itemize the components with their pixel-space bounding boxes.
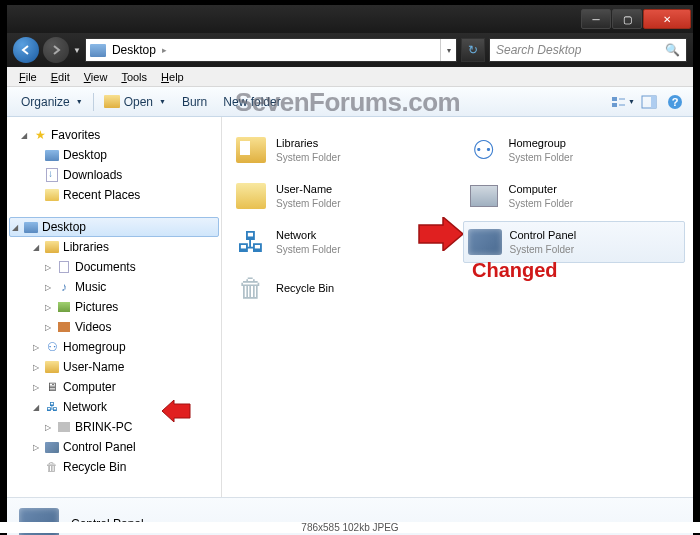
desktop-icon	[24, 222, 38, 233]
maximize-button[interactable]: ▢	[612, 9, 642, 29]
homegroup-icon: ⚇	[44, 339, 60, 355]
sidebar-item-controlpanel[interactable]: ▷Control Panel	[7, 437, 221, 457]
chevron-down-icon: ▼	[76, 98, 83, 105]
documents-icon	[59, 261, 69, 273]
sidebar-item-computer[interactable]: ▷🖥Computer	[7, 377, 221, 397]
svg-rect-1	[612, 103, 617, 107]
search-icon: 🔍	[665, 43, 680, 57]
control-panel-icon	[45, 442, 59, 453]
svg-rect-0	[612, 97, 617, 101]
refresh-button[interactable]: ↻	[461, 38, 485, 62]
network-icon: 🖧	[44, 399, 60, 415]
preview-pane-button[interactable]	[637, 91, 661, 113]
svg-rect-3	[651, 96, 656, 108]
new-folder-button[interactable]: New folder	[215, 92, 288, 112]
music-icon: ♪	[56, 279, 72, 295]
image-caption: 786x585 102kb JPEG	[0, 522, 700, 533]
libraries-icon	[236, 137, 266, 163]
item-homegroup[interactable]: ⚇ HomegroupSystem Folder	[463, 129, 686, 171]
item-recyclebin[interactable]: 🗑 Recycle Bin	[230, 267, 453, 309]
computer-icon	[470, 185, 498, 207]
titlebar: ─ ▢ ✕	[7, 5, 693, 33]
explorer-window: ─ ▢ ✕ ▼ Desktop ▸ ▾ ↻ Search Desktop 🔍 F…	[5, 3, 695, 527]
videos-icon	[58, 322, 70, 332]
organize-button[interactable]: Organize▼	[13, 92, 91, 112]
breadcrumb-separator-icon[interactable]: ▸	[162, 45, 167, 55]
item-controlpanel[interactable]: Control PanelSystem Folder	[463, 221, 686, 263]
user-folder-icon	[236, 183, 266, 209]
navigation-bar: ▼ Desktop ▸ ▾ ↻ Search Desktop 🔍	[7, 33, 693, 67]
view-options-button[interactable]: ▼	[611, 91, 635, 113]
sidebar-item-desktop-root[interactable]: ◢Desktop	[9, 217, 219, 237]
sidebar-item-recyclebin[interactable]: 🗑Recycle Bin	[7, 457, 221, 477]
menu-edit[interactable]: Edit	[45, 69, 76, 85]
annotation-changed-label: Changed	[472, 259, 558, 282]
sidebar-item-homegroup[interactable]: ▷⚇Homegroup	[7, 337, 221, 357]
history-dropdown-icon[interactable]: ▼	[73, 46, 81, 55]
homegroup-icon: ⚇	[467, 133, 501, 167]
item-username[interactable]: User-NameSystem Folder	[230, 175, 453, 217]
sidebar-item-recent[interactable]: Recent Places	[7, 185, 221, 205]
control-panel-icon	[468, 229, 502, 255]
user-folder-icon	[45, 361, 59, 373]
menu-bar: File Edit View Tools Help	[7, 67, 693, 87]
pictures-icon	[58, 302, 70, 312]
close-button[interactable]: ✕	[643, 9, 691, 29]
desktop-icon	[45, 150, 59, 161]
item-libraries[interactable]: LibrariesSystem Folder	[230, 129, 453, 171]
sidebar-item-music[interactable]: ▷♪Music	[7, 277, 221, 297]
address-bar[interactable]: Desktop ▸ ▾	[85, 38, 457, 62]
back-button[interactable]	[13, 37, 39, 63]
burn-button[interactable]: Burn	[174, 92, 215, 112]
chevron-down-icon: ▼	[628, 98, 635, 105]
libraries-icon	[45, 241, 59, 253]
help-button[interactable]: ?	[663, 91, 687, 113]
pc-icon	[58, 422, 70, 432]
downloads-icon	[46, 168, 58, 182]
folder-icon	[90, 44, 106, 57]
search-input[interactable]: Search Desktop 🔍	[489, 38, 687, 62]
content-pane[interactable]: LibrariesSystem Folder ⚇ HomegroupSystem…	[222, 117, 693, 497]
menu-help[interactable]: Help	[155, 69, 190, 85]
sidebar-item-libraries[interactable]: ◢Libraries	[7, 237, 221, 257]
menu-file[interactable]: File	[13, 69, 43, 85]
recent-icon	[45, 189, 59, 201]
open-folder-icon	[104, 95, 120, 108]
explorer-body: ◢★Favorites Desktop Downloads Recent Pla…	[7, 117, 693, 497]
menu-tools[interactable]: Tools	[115, 69, 153, 85]
recycle-bin-icon: 🗑	[44, 459, 60, 475]
sidebar-item-desktop[interactable]: Desktop	[7, 145, 221, 165]
annotation-arrow-icon	[162, 400, 192, 422]
navigation-pane: ◢★Favorites Desktop Downloads Recent Pla…	[7, 117, 222, 497]
address-dropdown-icon[interactable]: ▾	[440, 39, 456, 61]
open-button[interactable]: Open▼	[96, 92, 174, 112]
chevron-down-icon: ▼	[159, 98, 166, 105]
favorites-group[interactable]: ◢★Favorites	[7, 125, 221, 145]
sidebar-item-documents[interactable]: ▷Documents	[7, 257, 221, 277]
item-computer[interactable]: ComputerSystem Folder	[463, 175, 686, 217]
star-icon: ★	[32, 127, 48, 143]
sidebar-item-downloads[interactable]: Downloads	[7, 165, 221, 185]
sidebar-item-videos[interactable]: ▷Videos	[7, 317, 221, 337]
forward-button[interactable]	[43, 37, 69, 63]
network-icon: 🖧	[234, 225, 268, 259]
separator	[93, 93, 94, 111]
svg-text:?: ?	[672, 96, 679, 108]
minimize-button[interactable]: ─	[581, 9, 611, 29]
command-bar: Organize▼ Open▼ Burn New folder ▼ ?	[7, 87, 693, 117]
menu-view[interactable]: View	[78, 69, 114, 85]
sidebar-item-pictures[interactable]: ▷Pictures	[7, 297, 221, 317]
computer-icon: 🖥	[44, 379, 60, 395]
annotation-arrow-icon	[417, 217, 463, 251]
recycle-bin-icon: 🗑	[234, 271, 268, 305]
address-location: Desktop	[112, 43, 156, 57]
sidebar-item-username[interactable]: ▷User-Name	[7, 357, 221, 377]
search-placeholder: Search Desktop	[496, 43, 581, 57]
